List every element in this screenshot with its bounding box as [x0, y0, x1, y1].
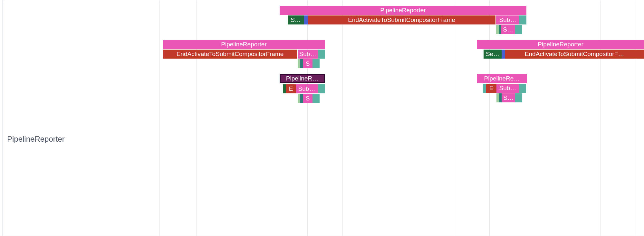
slice-segment-teal[interactable]: [312, 94, 320, 103]
time-gridline: [489, 0, 490, 236]
time-gridline: [454, 0, 454, 236]
slice-segment-teal[interactable]: [519, 15, 526, 24]
slice-segment-dkteal[interactable]: [300, 94, 303, 103]
slice-end-activate-to-submit[interactable]: EndActivateToSubmitCompositorFrame: [308, 15, 495, 24]
slice-submit[interactable]: Sub…: [496, 15, 519, 24]
separator-line: [0, 4, 644, 4]
slice-segment-teal[interactable]: [519, 84, 526, 93]
time-gridline: [342, 0, 343, 236]
time-gridline: [636, 0, 636, 236]
slice-segment-green[interactable]: [283, 84, 286, 93]
slice-s[interactable]: S…: [502, 93, 515, 102]
slice-e[interactable]: E: [486, 84, 496, 93]
slice-submit[interactable]: Sub…: [296, 84, 318, 93]
trace-viewer-root[interactable]: PipelineReporter PipelineReporter S… End…: [0, 0, 644, 236]
slice-pipeline-reporter[interactable]: PipelineReporter: [280, 6, 526, 15]
slice-s[interactable]: S: [303, 94, 312, 103]
slice-pipeline-reporter[interactable]: PipelineRe…: [477, 74, 527, 83]
slice-pipeline-reporter-selected[interactable]: PipelineR…: [280, 74, 325, 83]
time-gridline: [159, 0, 160, 236]
separator-line: [0, 235, 644, 235]
slice-segment-dkteal[interactable]: [499, 93, 502, 102]
slice-segment-teal[interactable]: [312, 59, 320, 68]
slice-segment-teal[interactable]: [515, 25, 522, 34]
slice-submit[interactable]: Sub…: [496, 84, 519, 93]
slice-segment-teal[interactable]: [515, 93, 522, 102]
track-left-border: [3, 0, 3, 236]
slice-submit[interactable]: Sub…: [298, 50, 318, 59]
slice-send-begin-main-frame[interactable]: S…: [288, 15, 304, 24]
slice-s[interactable]: S: [303, 59, 312, 68]
track-title: PipelineReporter: [7, 135, 65, 144]
time-gridline: [307, 0, 308, 236]
slice-segment-ltgreen[interactable]: [496, 25, 499, 34]
slice-segment-blue[interactable]: [502, 50, 505, 59]
slice-s[interactable]: S…: [501, 25, 515, 34]
separator-line: [0, 0, 644, 0]
slice-segment-ltgreen[interactable]: [298, 94, 300, 103]
slice-send-begin-main-frame[interactable]: Se…: [484, 50, 502, 59]
slice-segment-blue[interactable]: [304, 15, 308, 24]
slice-end-activate-to-submit[interactable]: EndActivateToSubmitCompositorFrame: [163, 50, 297, 59]
slice-segment-ltgreen[interactable]: [496, 93, 499, 102]
slice-segment-teal[interactable]: [318, 84, 325, 93]
time-gridline: [600, 0, 601, 236]
slice-pipeline-reporter[interactable]: PipelineReporter: [163, 40, 325, 49]
slice-segment-ltgreen[interactable]: [298, 59, 300, 68]
slice-segment-teal[interactable]: [483, 84, 486, 93]
slice-segment-dkteal[interactable]: [499, 25, 501, 34]
slice-e[interactable]: E: [286, 84, 296, 93]
slice-segment-dkteal[interactable]: [300, 59, 303, 68]
slice-segment-teal[interactable]: [318, 50, 325, 59]
time-gridline: [196, 0, 197, 236]
slice-pipeline-reporter[interactable]: PipelineReporter: [477, 40, 644, 49]
slice-end-activate-to-submit[interactable]: EndActivateToSubmitCompositorF…: [505, 50, 644, 59]
